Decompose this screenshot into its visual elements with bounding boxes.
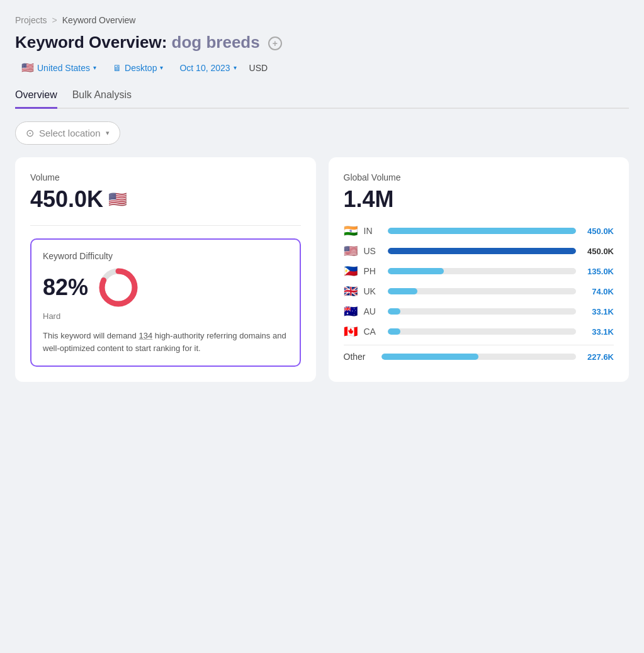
kd-desc-highlight: 134 — [138, 331, 152, 340]
breadcrumb-separator: > — [52, 15, 57, 25]
keyword-text: dog breeds — [172, 33, 260, 52]
country-list: 🇮🇳 IN 450.0K 🇺🇸 US 450.0K 🇵🇭 PH 135.0K 🇬… — [344, 224, 614, 338]
gv-label: Global Volume — [344, 172, 614, 182]
country-value: 450.0K — [582, 226, 614, 236]
select-location-label: Select location — [39, 128, 101, 138]
add-project-icon[interactable]: + — [268, 36, 282, 50]
country-value: 33.1K — [582, 307, 614, 316]
tabs: Overview Bulk Analysis — [15, 89, 629, 109]
country-flag: 🇨🇦 — [344, 325, 358, 338]
country-flag: 🇮🇳 — [344, 224, 358, 238]
currency-label: USD — [249, 63, 268, 73]
tab-overview[interactable]: Overview — [15, 89, 57, 109]
other-label: Other — [344, 352, 375, 362]
page-title: Keyword Overview: dog breeds + — [15, 33, 629, 52]
kd-description: This keyword will demand 134 high-author… — [43, 330, 288, 354]
country-value: 33.1K — [582, 327, 614, 337]
volume-divider — [30, 225, 301, 226]
kd-difficulty-label: Hard — [43, 311, 288, 321]
country-bar-track — [388, 328, 577, 335]
breadcrumb-projects[interactable]: Projects — [15, 15, 47, 25]
country-code: US — [364, 246, 381, 256]
country-code: AU — [364, 306, 381, 316]
country-code: IN — [364, 226, 381, 236]
breadcrumb-current: Keyword Overview — [62, 15, 136, 25]
kd-label: Keyword Difficulty — [43, 251, 288, 261]
select-location-chevron-icon: ▾ — [106, 129, 110, 137]
country-row: 🇺🇸 US 450.0K — [344, 244, 614, 258]
cards-row: Volume 450.0K 🇺🇸 Keyword Difficulty 82% … — [15, 157, 629, 382]
location-button[interactable]: 🇺🇸 United States ▾ — [15, 59, 103, 77]
country-row: 🇬🇧 UK 74.0K — [344, 284, 614, 298]
country-bar-fill — [388, 328, 401, 335]
other-bar-fill — [381, 354, 479, 360]
country-bar-fill — [388, 308, 401, 315]
date-label: Oct 10, 2023 — [179, 63, 230, 73]
select-location-button[interactable]: ⊙ Select location ▾ — [15, 121, 120, 145]
kd-percent: 82% — [43, 274, 88, 301]
device-chevron-icon: ▾ — [160, 64, 163, 71]
country-row: 🇨🇦 CA 33.1K — [344, 325, 614, 338]
country-divider — [344, 345, 614, 345]
donut-chart — [98, 267, 138, 308]
device-button[interactable]: 🖥 Desktop ▾ — [106, 60, 169, 76]
country-bar-fill — [388, 248, 577, 254]
country-flag: 🇵🇭 — [344, 264, 358, 278]
country-flag: 🇬🇧 — [344, 284, 358, 298]
other-value: 227.6K — [582, 352, 614, 362]
country-bar-track — [388, 308, 577, 315]
date-chevron-icon: ▾ — [234, 64, 237, 71]
tab-bulk-analysis[interactable]: Bulk Analysis — [72, 89, 132, 109]
device-label: Desktop — [125, 63, 157, 73]
country-flag: 🇦🇺 — [344, 304, 358, 318]
kd-row: 82% — [43, 267, 288, 308]
device-icon: 🖥 — [113, 63, 121, 73]
country-bar-track — [388, 268, 577, 274]
country-bar-track — [388, 248, 577, 254]
country-bar-track — [388, 228, 577, 234]
country-bar-fill — [388, 288, 418, 294]
pin-icon: ⊙ — [26, 127, 34, 139]
toolbar: 🇺🇸 United States ▾ 🖥 Desktop ▾ Oct 10, 2… — [15, 59, 629, 77]
country-row: 🇵🇭 PH 135.0K — [344, 264, 614, 278]
country-code: UK — [364, 286, 381, 296]
country-value: 450.0K — [582, 247, 614, 256]
country-code: PH — [364, 266, 381, 276]
country-bar-track — [388, 288, 577, 294]
volume-label: Volume — [30, 172, 301, 182]
other-row: Other 227.6K — [344, 352, 614, 362]
date-button[interactable]: Oct 10, 2023 ▾ — [173, 60, 242, 76]
country-row: 🇮🇳 IN 450.0K — [344, 224, 614, 238]
volume-value: 450.0K 🇺🇸 — [30, 186, 301, 213]
location-label: United States — [37, 63, 90, 73]
kd-desc-prefix: This keyword will demand — [43, 331, 138, 340]
country-bar-fill — [388, 268, 444, 274]
volume-card: Volume 450.0K 🇺🇸 Keyword Difficulty 82% … — [15, 157, 316, 382]
gv-value: 1.4M — [344, 186, 614, 213]
country-row: 🇦🇺 AU 33.1K — [344, 304, 614, 318]
breadcrumb: Projects > Keyword Overview — [15, 15, 629, 25]
global-volume-card: Global Volume 1.4M 🇮🇳 IN 450.0K 🇺🇸 US 45… — [329, 157, 630, 382]
country-code: CA — [364, 326, 381, 337]
country-bar-fill — [388, 228, 577, 234]
page-title-prefix: Keyword Overview: — [15, 33, 167, 52]
country-value: 135.0K — [582, 267, 614, 276]
other-bar-track — [381, 354, 577, 360]
country-flag: 🇺🇸 — [344, 244, 358, 258]
location-chevron-icon: ▾ — [93, 64, 96, 71]
country-value: 74.0K — [582, 287, 614, 296]
volume-flag: 🇺🇸 — [108, 191, 127, 208]
kd-box: Keyword Difficulty 82% Hard This keyword… — [30, 238, 301, 367]
location-flag: 🇺🇸 — [21, 62, 34, 74]
